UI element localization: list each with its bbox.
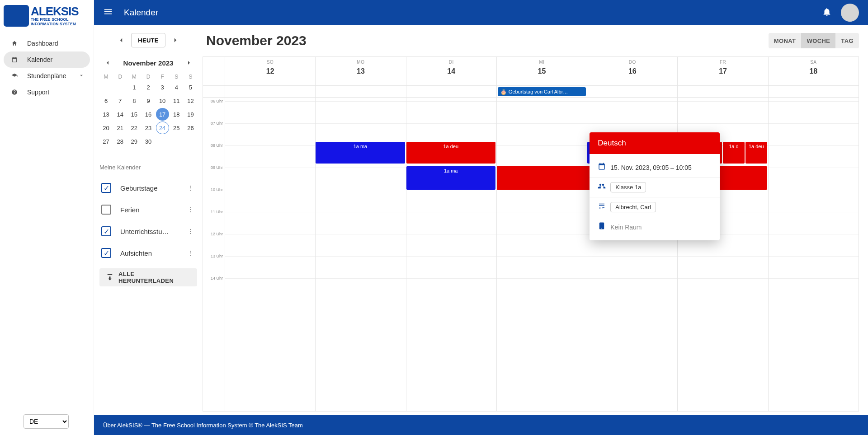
download-icon — [106, 273, 114, 282]
mini-day[interactable]: 11 — [170, 94, 183, 107]
day-header[interactable]: DO16 — [587, 57, 677, 85]
more-icon[interactable]: ⋮ — [185, 206, 195, 213]
calendar-filter-item[interactable]: Ferien ⋮ — [99, 199, 197, 220]
checkbox-icon: ✓ — [101, 183, 111, 193]
mini-day[interactable]: 16 — [142, 108, 155, 121]
mini-dow: D — [142, 74, 155, 80]
calendar-event[interactable]: 1a ma — [316, 142, 405, 164]
day-column: 1a deu — [496, 98, 587, 411]
mini-dow: S — [184, 74, 197, 80]
nav-stundenplaene[interactable]: Stundenpläne — [4, 68, 90, 84]
mini-day[interactable]: 8 — [127, 94, 141, 107]
mini-cal-title: November 2023 — [123, 59, 174, 67]
mini-day[interactable]: 24 — [156, 122, 169, 134]
mini-day[interactable]: 14 — [113, 108, 127, 121]
today-button[interactable]: HEUTE — [131, 33, 165, 47]
calendar-event[interactable]: 1a deu — [406, 142, 495, 164]
mini-day[interactable]: 2 — [142, 81, 155, 94]
mini-day[interactable]: 30 — [142, 135, 155, 148]
day-header[interactable]: SO12 — [225, 57, 315, 85]
allday-event[interactable]: 🎂Geburtstag von Carl Albr… — [498, 87, 586, 96]
mini-day[interactable]: 9 — [142, 94, 155, 107]
download-all-label: ALLE HERUNTERLADEN — [118, 271, 191, 284]
day-header[interactable]: MI15 — [496, 57, 587, 85]
view-month-button[interactable]: MONAT — [769, 33, 802, 48]
nav-kalender[interactable]: Kalender — [4, 51, 90, 68]
more-icon[interactable]: ⋮ — [185, 184, 195, 192]
calendar-event[interactable]: 1a ma — [406, 166, 495, 190]
mini-prev-button[interactable] — [101, 56, 114, 69]
mini-day: . — [184, 135, 197, 148]
popup-title: Deutsch — [590, 132, 720, 154]
mini-day[interactable]: 25 — [170, 122, 183, 134]
logo-icon — [4, 5, 29, 27]
calendar-area: November 2023 MONAT WOCHE TAG SO12MO13DI… — [203, 25, 868, 415]
mini-day[interactable]: 26 — [184, 122, 197, 134]
mini-day[interactable]: 10 — [156, 94, 169, 107]
mini-calendar: November 2023 MDMDFSS..12345678910111213… — [99, 56, 197, 148]
nav-support[interactable]: Support — [4, 84, 90, 100]
next-period-button[interactable] — [169, 34, 182, 47]
mini-day[interactable]: 29 — [127, 135, 141, 148]
mini-day[interactable]: 28 — [113, 135, 127, 148]
hour-label: 12 Uhr — [211, 232, 223, 236]
more-icon[interactable]: ⋮ — [185, 249, 195, 257]
mini-day[interactable]: 5 — [184, 81, 197, 94]
bell-icon[interactable] — [822, 7, 832, 18]
calendar-filter-item[interactable]: ✓ Aufsichten ⋮ — [99, 242, 197, 264]
calendar-event[interactable]: 1a d — [723, 142, 745, 164]
language-select[interactable]: DE — [24, 414, 69, 429]
mini-day[interactable]: 3 — [156, 81, 169, 94]
mini-day[interactable]: 18 — [170, 108, 183, 121]
mini-day[interactable]: 7 — [113, 94, 127, 107]
menu-icon[interactable] — [103, 7, 113, 18]
mini-day[interactable]: 17 — [156, 108, 169, 121]
day-header[interactable]: MO13 — [315, 57, 406, 85]
mini-day[interactable]: 23 — [142, 122, 155, 134]
calendar-title: November 2023 — [206, 33, 307, 48]
brand-tagline: THE FREE SCHOOL INFORMATION SYSTEM — [31, 17, 90, 26]
day-header[interactable]: FR17 — [677, 57, 768, 85]
popup-group-chip[interactable]: Klasse 1a — [610, 182, 646, 192]
mini-dow: M — [127, 74, 141, 80]
mini-day[interactable]: 15 — [127, 108, 141, 121]
calendar-event[interactable]: 1a deu — [745, 142, 767, 164]
day-column: 1a ma — [315, 98, 406, 411]
download-all-button[interactable]: ALLE HERUNTERLADEN — [99, 268, 197, 286]
day-header[interactable]: SA18 — [768, 57, 859, 85]
calendar-icon — [9, 56, 20, 63]
day-header[interactable]: DI14 — [406, 57, 496, 85]
view-day-button[interactable]: TAG — [835, 33, 859, 48]
mini-day[interactable]: 21 — [113, 122, 127, 134]
more-icon[interactable]: ⋮ — [185, 228, 195, 235]
mini-day[interactable]: 20 — [99, 122, 113, 134]
calendar-filter-label: Aufsichten — [120, 249, 185, 257]
school-icon — [9, 73, 20, 79]
prev-period-button[interactable] — [115, 34, 127, 47]
calendar-filter-item[interactable]: ✓ Unterrichtsstu… ⋮ — [99, 220, 197, 242]
mini-day[interactable]: 1 — [127, 81, 141, 94]
appbar: Kalender — [94, 0, 868, 25]
mini-day[interactable]: 12 — [184, 94, 197, 107]
view-week-button[interactable]: WOCHE — [801, 33, 835, 48]
calendar-filter-item[interactable]: ✓ Geburtstage ⋮ — [99, 177, 197, 199]
mini-day[interactable]: 6 — [99, 94, 113, 107]
day-column — [225, 98, 315, 411]
mini-day: . — [170, 135, 183, 148]
nav-support-label: Support — [27, 89, 49, 96]
avatar[interactable] — [841, 4, 859, 22]
nav-dashboard[interactable]: Dashboard — [4, 35, 90, 51]
mini-dow: D — [113, 74, 127, 80]
popup-teacher-chip[interactable]: Albrecht, Carl — [610, 202, 656, 212]
language-selector: DE — [0, 408, 94, 435]
teacher-icon — [598, 202, 610, 212]
mini-next-button[interactable] — [183, 56, 195, 69]
home-icon — [9, 40, 20, 47]
hour-label: 11 Uhr — [211, 210, 223, 214]
mini-day[interactable]: 19 — [184, 108, 197, 121]
mini-day[interactable]: 27 — [99, 135, 113, 148]
mini-day[interactable]: 22 — [127, 122, 141, 134]
mini-day[interactable]: 13 — [99, 108, 113, 121]
mini-day[interactable]: 4 — [170, 81, 183, 94]
sidebar: ALEKSIS THE FREE SCHOOL INFORMATION SYST… — [0, 0, 94, 435]
